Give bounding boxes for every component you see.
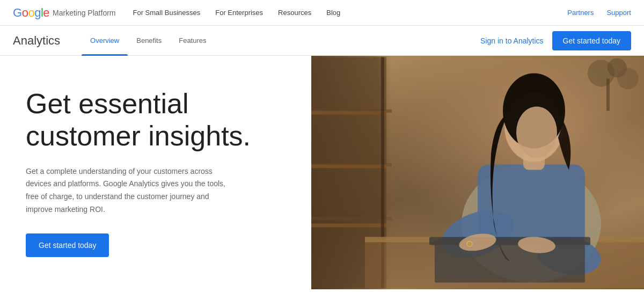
logo-letter-o2: o [28, 6, 34, 20]
top-nav-links: For Small Businesses For Enterprises Res… [133, 9, 568, 17]
logo-letter-o1: o [22, 6, 28, 20]
person-silhouette [311, 56, 644, 289]
svg-rect-17 [435, 239, 585, 282]
svg-rect-24 [606, 78, 610, 111]
nav-link-small-businesses[interactable]: For Small Businesses [133, 9, 201, 17]
svg-point-15 [516, 106, 557, 158]
logo-area: Google Marketing Platform [13, 6, 116, 20]
nav-tab-benefits[interactable]: Benefits [128, 26, 170, 56]
nav-tab-features[interactable]: Features [170, 26, 215, 56]
svg-rect-3 [311, 164, 386, 168]
svg-rect-2 [311, 111, 386, 114]
top-navigation: Google Marketing Platform For Small Busi… [0, 0, 644, 26]
nav-link-enterprises[interactable]: For Enterprises [215, 9, 263, 17]
sub-nav-links: Overview Benefits Features [82, 26, 480, 56]
nav-link-resources[interactable]: Resources [278, 9, 311, 17]
get-started-button-hero[interactable]: Get started today [26, 233, 109, 257]
top-nav-right: Partners Support [567, 9, 631, 17]
sign-in-link[interactable]: Sign in to Analytics [480, 36, 544, 45]
svg-point-20 [467, 241, 472, 246]
get-started-button-header[interactable]: Get started today [552, 31, 631, 50]
nav-link-support[interactable]: Support [606, 9, 631, 17]
product-name: Marketing Platform [53, 9, 115, 17]
hero-section: Get essential customer insights. Get a c… [0, 56, 644, 289]
sub-nav-right: Sign in to Analytics Get started today [480, 31, 631, 50]
hero-image [311, 56, 644, 289]
logo-letter-g2: g [34, 6, 41, 20]
svg-point-23 [617, 68, 639, 89]
analytics-title: Analytics [13, 34, 60, 48]
hero-photo [311, 56, 644, 289]
svg-rect-11 [478, 164, 585, 245]
svg-rect-4 [311, 223, 386, 227]
nav-tab-overview[interactable]: Overview [82, 26, 128, 56]
nav-link-partners[interactable]: Partners [567, 9, 594, 17]
hero-title: Get essential customer insights. [26, 88, 286, 152]
hero-description: Get a complete understanding of your cus… [26, 165, 230, 216]
sub-navigation: Analytics Overview Benefits Features Sig… [0, 26, 644, 56]
google-logo: Google [13, 6, 49, 20]
nav-link-blog[interactable]: Blog [326, 9, 340, 17]
logo-letter-g: G [13, 6, 22, 20]
hero-content: Get essential customer insights. Get a c… [0, 56, 311, 289]
logo-letter-e: e [43, 6, 49, 20]
